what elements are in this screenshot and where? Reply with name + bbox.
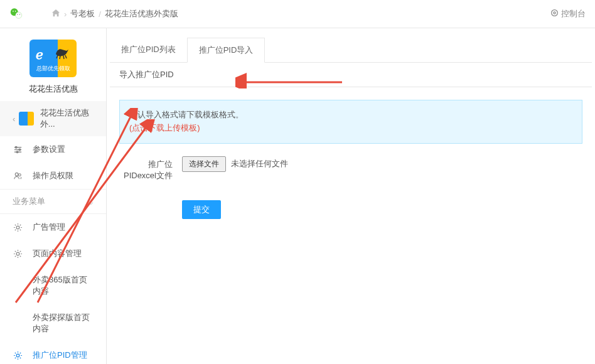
sidebar-item-content[interactable]: 页面内容管理 (0, 240, 106, 267)
sidebar-item-label: 外卖365版首页内容 (33, 275, 87, 296)
caret-icon: ‹ (13, 114, 15, 124)
wechat-icon (9, 7, 23, 21)
sidebar-item-label: 广告管理 (33, 222, 65, 233)
gear-icon (13, 351, 23, 360)
console-icon (550, 9, 559, 19)
svg-point-7 (554, 12, 555, 14)
section-header: 导入推广位PID (110, 63, 592, 87)
logo-text: 总部优先领取 (29, 65, 77, 73)
svg-point-11 (15, 146, 17, 148)
svg-point-13 (16, 151, 18, 153)
svg-point-6 (552, 10, 558, 16)
tab-label: 推广位PID列表 (121, 45, 176, 54)
sidebar-item-label: 参数设置 (33, 144, 65, 155)
sidebar-item-app[interactable]: ‹ 花花生活优惠外... (0, 101, 106, 136)
sidebar-logo-section: ℯ 总部优先领取 花花生活优惠 (0, 28, 106, 101)
sidebar-sub-365[interactable]: 外卖365版首页内容 (0, 267, 106, 304)
sidebar-item-operator[interactable]: 操作员权限 (0, 163, 106, 189)
sidebar-item-ad[interactable]: 广告管理 (0, 214, 106, 240)
tabs: 推广位PID列表 推广位PID导入 (110, 38, 592, 63)
app-name: 花花生活优惠 (6, 83, 100, 95)
layout: ℯ 总部优先领取 花花生活优惠 ‹ 花花生活优惠外... (0, 28, 595, 364)
breadcrumb: › 号老板 / 花花生活优惠外卖版 (51, 8, 178, 19)
sidebar-section-biz[interactable]: 业务菜单 ⌵ (0, 189, 106, 214)
section-title: 导入推广位PID (119, 70, 174, 79)
sidebar-item-label: 操作员权限 (33, 170, 73, 181)
breadcrumb-sep: / (99, 9, 101, 19)
tab-pid-list[interactable]: 推广位PID列表 (110, 38, 187, 62)
form-row-file: 推广位PIDexcel文件 选择文件 未选择任何文件 (119, 156, 582, 181)
sidebar-sub-tantan[interactable]: 外卖探探版首页内容 (0, 304, 106, 342)
submit-button[interactable]: 提交 (182, 200, 221, 219)
sidebar-section-label: 业务菜单 (13, 196, 45, 207)
svg-point-1 (16, 12, 22, 18)
sidebar-item-label: 外卖探探版首页内容 (33, 313, 90, 333)
breadcrumb-sep: › (64, 9, 67, 19)
svg-point-3 (15, 11, 16, 12)
svg-point-15 (18, 173, 21, 176)
header-right[interactable]: 控制台 (550, 8, 586, 19)
svg-point-4 (17, 14, 18, 14)
chevron-down-icon: ⌵ (88, 197, 94, 206)
svg-point-14 (15, 173, 18, 176)
sidebar-item-pid[interactable]: 推广位PID管理 (0, 342, 106, 364)
download-template-link[interactable]: (点击下载上传模板) (129, 123, 200, 132)
empty-label (119, 200, 182, 203)
main-content: 推广位PID列表 推广位PID导入 导入推广位PID 默认导入格式请下载模板格式… (107, 28, 595, 364)
tab-label: 推广位PID导入 (199, 45, 254, 55)
svg-point-16 (16, 226, 19, 229)
app-logo: ℯ 总部优先领取 (29, 40, 77, 77)
svg-point-12 (18, 149, 20, 151)
svg-point-17 (16, 252, 19, 255)
gear-icon (13, 249, 23, 259)
sidebar: ℯ 总部优先领取 花花生活优惠 ‹ 花花生活优惠外... (0, 28, 107, 364)
sidebar-item-params[interactable]: 参数设置 (0, 136, 106, 163)
sidebar-item-label: 页面内容管理 (33, 248, 82, 259)
form-row-submit: 提交 (119, 200, 582, 219)
sidebar-item-label: 推广位PID管理 (33, 350, 87, 361)
file-label: 推广位PIDexcel文件 (119, 156, 182, 181)
info-text-line1: 默认导入格式请下载模板格式。 (129, 109, 572, 122)
breadcrumb-current: 花花生活优惠外卖版 (105, 8, 178, 19)
tab-pid-import[interactable]: 推广位PID导入 (187, 38, 265, 63)
svg-point-18 (16, 354, 19, 357)
app-mini-logo (19, 112, 33, 126)
info-box: 默认导入格式请下载模板格式。 (点击下载上传模板) (119, 100, 582, 144)
users-icon (13, 171, 23, 181)
file-field: 选择文件 未选择任何文件 (182, 156, 288, 172)
choose-file-button[interactable]: 选择文件 (182, 156, 226, 172)
top-header: › 号老板 / 花花生活优惠外卖版 控制台 (0, 0, 595, 28)
sidebar-item-label: 花花生活优惠外... (40, 107, 94, 130)
svg-point-5 (19, 14, 20, 14)
gear-icon (13, 223, 23, 232)
console-label: 控制台 (561, 8, 586, 19)
breadcrumb-parent[interactable]: 号老板 (70, 8, 95, 19)
slider-icon (13, 145, 23, 154)
svg-point-2 (13, 11, 14, 12)
file-status: 未选择任何文件 (231, 158, 288, 169)
home-icon[interactable] (51, 9, 60, 19)
